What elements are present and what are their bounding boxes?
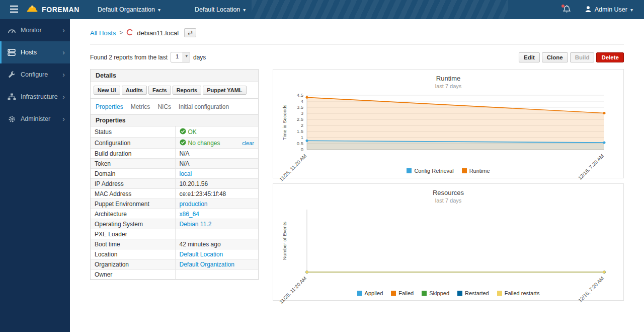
property-label: MAC Address [91, 189, 175, 199]
table-row: Domain local [91, 169, 258, 179]
chevron-right-icon: › [62, 71, 65, 79]
property-label: Build duration [91, 149, 175, 159]
menu-toggle-button[interactable] [6, 4, 22, 16]
chart-subtitle: last 7 days [279, 197, 617, 204]
table-row: Puppet Environment production [91, 199, 258, 209]
build-button[interactable]: Build [570, 52, 595, 62]
svg-text:Time in Seconds: Time in Seconds [282, 105, 287, 141]
user-menu[interactable]: Admin User ▾ [580, 0, 638, 19]
sitemap-icon [7, 93, 16, 100]
clone-button[interactable]: Clone [542, 52, 568, 62]
location-link[interactable]: Default Location [180, 251, 223, 258]
table-row: PXE Loader [91, 229, 258, 239]
organization-dropdown-label: Default Organization [98, 6, 155, 13]
table-row: Owner [91, 270, 258, 280]
tab-properties[interactable]: Properties [96, 103, 123, 110]
table-row: IP Address 10.20.1.56 [91, 179, 258, 189]
main-content: All Hosts > debian11.local ⇄ Found 2 rep… [70, 19, 644, 332]
user-menu-label: Admin User [595, 6, 627, 13]
property-label: IP Address [91, 179, 175, 189]
table-row: Build duration N/A [91, 149, 258, 159]
legend-swatch-icon [391, 291, 396, 296]
audits-button[interactable]: Audits [122, 86, 147, 95]
domain-link[interactable]: local [180, 170, 192, 177]
details-buttons: New UI Audits Facts Reports Puppet YAML [91, 82, 258, 99]
foreman-logo-icon [26, 5, 38, 15]
property-label: Configuration [91, 138, 175, 149]
breadcrumb-all-hosts-link[interactable]: All Hosts [90, 29, 116, 37]
edit-button[interactable]: Edit [519, 52, 540, 62]
location-dropdown[interactable]: Default Location ▾ [190, 0, 251, 19]
organization-link[interactable]: Default Organization [180, 261, 234, 268]
location-dropdown-label: Default Location [195, 6, 240, 13]
navbar-pattern [252, 0, 508, 19]
sidebar-item-infrastructure[interactable]: Infrastructure › [0, 86, 70, 108]
legend-swatch-icon [357, 291, 362, 296]
legend-item[interactable]: Runtime [462, 168, 490, 174]
svg-text:3: 3 [301, 110, 303, 116]
caret-down-icon: ▾ [158, 7, 160, 13]
sidebar-item-configure[interactable]: Configure › [0, 63, 70, 86]
hamburger-icon [10, 6, 18, 14]
svg-text:2: 2 [301, 122, 303, 128]
legend-item[interactable]: Failed [391, 290, 414, 296]
reports-button[interactable]: Reports [173, 86, 202, 95]
tab-nics[interactable]: NICs [157, 103, 171, 110]
brand[interactable]: FOREMAN [26, 5, 79, 15]
details-tabs: Properties Metrics NICs Initial configur… [91, 99, 258, 114]
notifications-button[interactable] [561, 3, 573, 17]
clear-link[interactable]: clear [242, 140, 254, 146]
switch-ui-button[interactable]: ⇄ [184, 28, 196, 37]
organization-dropdown[interactable]: Default Organization ▾ [93, 0, 166, 19]
operating-system-link[interactable]: Debian 11.2 [180, 221, 212, 228]
property-value: N/A [175, 159, 258, 169]
charts-column: Runtime last 7 days 00.511.522.533.544.5… [273, 69, 624, 301]
svg-text:0: 0 [301, 147, 303, 152]
caret-down-icon: ▾ [630, 7, 633, 13]
puppet-environment-link[interactable]: production [180, 201, 208, 208]
property-value: 42 minutes ago [175, 239, 258, 249]
sidebar-item-label: Configure [21, 71, 48, 78]
table-row: Organization Default Organization [91, 259, 258, 270]
svg-text:4.5: 4.5 [297, 92, 303, 98]
svg-text:0.5: 0.5 [297, 141, 303, 146]
table-row: Architecture x86_64 [91, 209, 258, 219]
host-os-status-icon [126, 29, 133, 37]
chevron-right-icon: › [62, 93, 65, 101]
tab-metrics[interactable]: Metrics [131, 103, 150, 110]
table-row: Location Default Location [91, 249, 258, 259]
legend-item[interactable]: Skipped [422, 290, 449, 296]
breadcrumb-current-host: debian11.local [137, 29, 179, 37]
table-row: Configuration No changesclear [91, 138, 258, 149]
ok-check-icon [180, 139, 186, 147]
legend-item[interactable]: Restarted [457, 290, 489, 296]
runtime-chart-legend: Config RetrievalRuntime [279, 168, 617, 174]
architecture-link[interactable]: x86_64 [180, 211, 199, 218]
chevron-right-icon: › [62, 115, 65, 123]
details-card: Details New UI Audits Facts Reports Pupp… [90, 69, 259, 280]
sidebar-item-label: Hosts [21, 49, 37, 56]
legend-item[interactable]: Config Retrieval [407, 168, 453, 174]
legend-item[interactable]: Failed restarts [497, 290, 540, 296]
report-summary-suffix: days [193, 54, 206, 61]
tab-initial-configuration[interactable]: Initial configuration [179, 103, 229, 110]
sidebar-item-administer[interactable]: Administer › [0, 108, 70, 130]
property-label: PXE Loader [91, 229, 175, 239]
new-ui-button[interactable]: New UI [94, 86, 120, 95]
puppet-yaml-button[interactable]: Puppet YAML [203, 86, 246, 95]
sidebar-item-hosts[interactable]: Hosts › [0, 41, 70, 63]
days-select[interactable]: 1 ▾ [171, 52, 190, 62]
legend-item[interactable]: Applied [357, 290, 383, 296]
user-icon [585, 6, 592, 14]
facts-button[interactable]: Facts [148, 86, 171, 95]
sidebar-item-monitor[interactable]: Monitor › [0, 19, 70, 41]
svg-text:1.5: 1.5 [297, 128, 303, 134]
report-summary-bar: Found 2 reports from the last 1 ▾ days E… [90, 52, 624, 62]
svg-text:Number of Events: Number of Events [282, 222, 287, 260]
table-row: Boot time 42 minutes ago [91, 239, 258, 249]
top-navbar: FOREMAN Default Organization ▾ Default L… [0, 0, 644, 19]
delete-button[interactable]: Delete [596, 52, 624, 62]
resources-chart-card: Resources last 7 days 11/25, 11:20 AM12/… [273, 183, 624, 301]
property-label: Location [91, 249, 175, 259]
gear-icon [7, 115, 16, 123]
